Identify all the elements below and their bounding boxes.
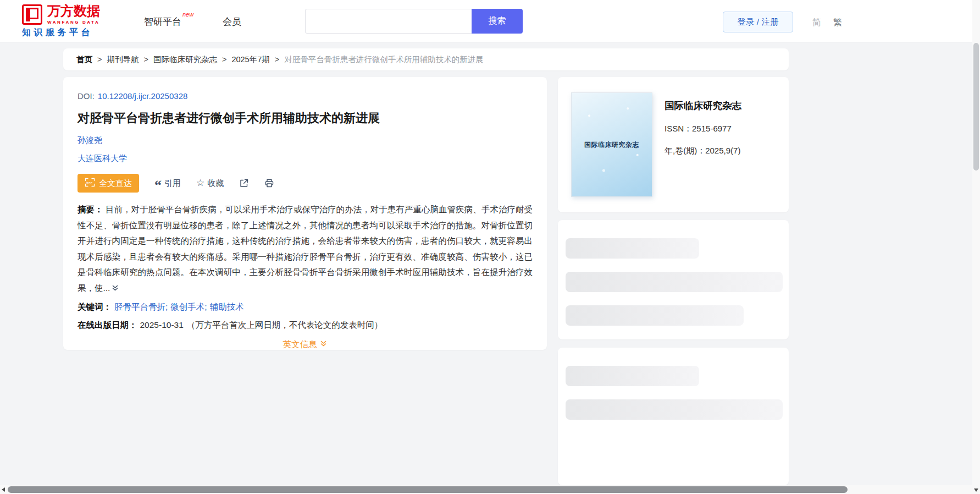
nav-zhiyan-label: 智研平台 [144, 17, 181, 27]
brand-name-en: WANFANG DATA [47, 20, 100, 25]
vertical-scrollbar[interactable] [972, 0, 980, 494]
wanfang-logo[interactable]: 万方数据 WANFANG DATA 知识服务平台 [22, 4, 100, 39]
search-box: 搜索 [305, 9, 523, 34]
cite-button[interactable]: “ 引用 [154, 178, 181, 189]
fulltext-label: 全文直达 [99, 178, 132, 189]
skeleton-bar [566, 366, 699, 386]
cite-label: 引用 [164, 178, 181, 189]
loading-placeholder-card [558, 220, 789, 339]
horizontal-scrollbar-thumb[interactable] [8, 486, 848, 493]
keyword-separator: ; [165, 302, 168, 311]
new-badge: new [182, 11, 193, 18]
search-button[interactable]: 搜索 [472, 9, 523, 34]
breadcrumb-home[interactable]: 首页 [76, 54, 92, 65]
breadcrumb-issue[interactable]: 2025年7期 [231, 54, 269, 65]
skeleton-bar [566, 238, 699, 259]
online-date-note: （万方平台首次上网日期，不代表论文的发表时间） [187, 320, 383, 330]
search-input[interactable] [305, 9, 472, 34]
print-button[interactable] [264, 178, 274, 188]
share-button[interactable] [239, 178, 249, 188]
keyword-link[interactable]: 胫骨平台骨折 [114, 302, 165, 311]
journal-meta: 国际临床研究杂志 ISSN：2515-6977 年,卷(期)：2025,9(7) [665, 92, 741, 197]
skeleton-bar [566, 399, 783, 420]
site-header: 万方数据 WANFANG DATA 知识服务平台 智研平台new 会员 搜索 登… [0, 0, 980, 42]
print-icon [264, 178, 274, 188]
skeleton-bar [566, 305, 744, 326]
breadcrumb-separator: > [143, 55, 148, 64]
favorite-label: 收藏 [207, 178, 224, 189]
fulltext-button[interactable]: free 全文直达 [77, 174, 139, 193]
abstract-label: 摘要： [77, 205, 103, 214]
share-icon [239, 178, 249, 188]
journal-issn-row: ISSN：2515-6977 [665, 124, 741, 134]
journal-name-link[interactable]: 国际临床研究杂志 [665, 99, 741, 112]
expand-abstract-chevron-icon[interactable] [111, 282, 119, 298]
affiliation-link[interactable]: 大连医科大学 [77, 153, 127, 163]
online-date: 2025-10-31 [140, 320, 184, 330]
journal-cover[interactable]: 国际临床研究杂志 [571, 92, 652, 197]
breadcrumb: 首页 > 期刊导航 > 国际临床研究杂志 > 2025年7期 > 对胫骨平台骨折… [63, 48, 789, 70]
scroll-down-arrow-icon[interactable] [974, 488, 978, 492]
scroll-left-arrow-icon[interactable] [2, 487, 5, 492]
brand-subtitle: 知识服务平台 [22, 27, 100, 39]
loading-placeholder-card [558, 348, 789, 485]
abstract-text: 目前，对于胫骨平台骨折疾病，可以采用手术治疗或保守治疗的办法，对于患有严重心脑血… [77, 205, 533, 293]
breadcrumb-journal-nav[interactable]: 期刊导航 [107, 54, 139, 65]
lang-simplified-toggle[interactable]: 简 [812, 17, 821, 29]
journal-info-card: 国际临床研究杂志 国际临床研究杂志 ISSN：2515-6977 年,卷(期)：… [558, 77, 789, 212]
breadcrumb-journal[interactable]: 国际临床研究杂志 [153, 54, 217, 65]
doi-row: DOI:10.12208/j.ijcr.20250328 [77, 91, 533, 101]
nav-member[interactable]: 会员 [223, 15, 241, 28]
nav-zhiyan-platform[interactable]: 智研平台new [144, 15, 192, 28]
online-date-section: 在线出版日期：2025-10-31（万方平台首次上网日期，不代表论文的发表时间） [77, 320, 533, 331]
article-title: 对胫骨平台骨折患者进行微创手术所用辅助技术的新进展 [77, 110, 533, 127]
brand-name: 万方数据 [47, 4, 100, 18]
doi-link[interactable]: 10.12208/j.ijcr.20250328 [98, 91, 187, 101]
issn-value: 2515-6977 [692, 124, 732, 133]
keyword-separator: ; [204, 302, 207, 311]
login-register-button[interactable]: 登录 / 注册 [723, 12, 793, 32]
chevron-down-icon [319, 339, 328, 350]
favorite-button[interactable]: ☆ 收藏 [196, 178, 224, 189]
skeleton-bar [566, 272, 783, 292]
breadcrumb-separator: > [275, 55, 279, 64]
quote-icon: “ [154, 182, 162, 189]
keyword-link[interactable]: 微创手术 [170, 302, 204, 311]
keyword-link[interactable]: 辅助技术 [210, 302, 244, 311]
abstract-section: 摘要： 目前，对于胫骨平台骨折疾病，可以采用手术治疗或保守治疗的办法，对于患有严… [77, 202, 533, 297]
author-link[interactable]: 孙浚尧 [77, 135, 102, 145]
free-fulltext-icon: free [85, 178, 95, 189]
keywords-label: 关键词： [77, 302, 112, 311]
journal-cover-title: 国际临床研究杂志 [584, 140, 639, 150]
lang-traditional-toggle[interactable]: 繁 [833, 17, 842, 29]
article-card: DOI:10.12208/j.ijcr.20250328 对胫骨平台骨折患者进行… [63, 77, 547, 350]
english-info-label: 英文信息 [283, 339, 317, 350]
english-info-toggle[interactable]: 英文信息 [77, 339, 533, 350]
doi-label: DOI: [77, 91, 95, 101]
keywords-section: 关键词：胫骨平台骨折;微创手术;辅助技术 [77, 301, 533, 313]
issn-label: ISSN： [665, 124, 692, 133]
horizontal-scrollbar[interactable] [0, 485, 972, 494]
volume-label: 年,卷(期)： [665, 146, 705, 155]
vertical-scrollbar-thumb[interactable] [973, 43, 979, 171]
breadcrumb-current: 对胫骨平台骨折患者进行微创手术所用辅助技术的新进展 [284, 54, 484, 65]
wanfang-logo-icon [22, 4, 42, 25]
article-actions: free 全文直达 “ 引用 ☆ 收藏 [77, 174, 533, 193]
breadcrumb-separator: > [97, 55, 102, 64]
star-icon: ☆ [196, 177, 204, 189]
volume-value: 2025,9(7) [705, 146, 740, 155]
journal-volume-row: 年,卷(期)：2025,9(7) [665, 146, 741, 156]
online-date-label: 在线出版日期： [77, 320, 137, 330]
svg-text:free: free [86, 181, 93, 185]
breadcrumb-separator: > [222, 55, 226, 64]
